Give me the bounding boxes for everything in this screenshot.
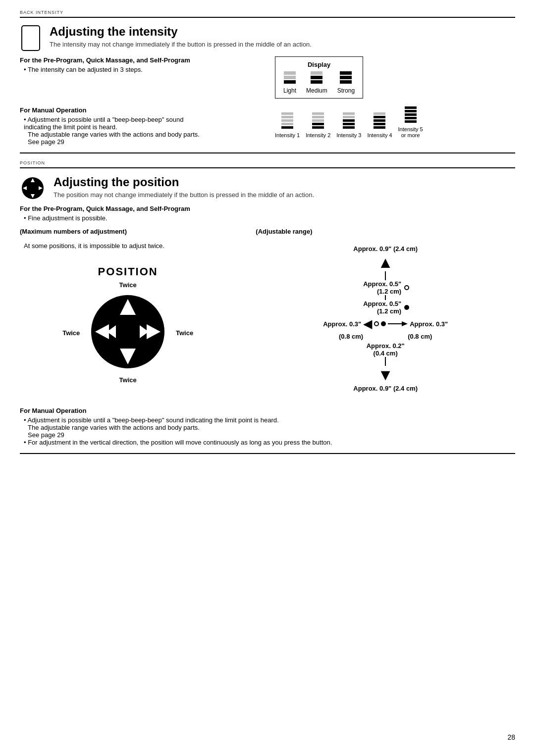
intensity-5-col: Intensity 5 or more <box>398 106 423 138</box>
twice-bottom: Twice <box>119 376 137 384</box>
pos-title-text: POSITION <box>98 265 158 278</box>
page-number: 28 <box>507 733 515 741</box>
pos-circle-svg <box>88 292 167 371</box>
twice-left: Twice <box>62 329 80 336</box>
position-header: Adjusting the position The position may … <box>20 175 515 201</box>
adj-05-up-label: Approx. 0.5" (1.2 cm) <box>362 280 409 295</box>
strong-col: Strong <box>337 71 355 94</box>
intensity-1-label: Intensity 1 <box>275 132 300 138</box>
manual-right: Intensity 1 Intensity 2 <box>275 106 515 146</box>
adj-08-left: (0.8 cm) (0.8 cm) <box>339 333 432 340</box>
intensity-3-label: Intensity 3 <box>336 132 361 138</box>
intensity-2-col: Intensity 2 <box>306 112 330 138</box>
intensity-4-label: Intensity 4 <box>367 132 392 138</box>
light-col: Light <box>283 71 296 94</box>
position-section: Adjusting the position The position may … <box>20 167 515 454</box>
manual-bullet-3: See page 29 <box>28 138 260 146</box>
display-label: Display <box>283 61 355 68</box>
manual-heading-intensity: For Manual Operation <box>20 106 260 114</box>
position-icon <box>20 175 46 201</box>
pos-manual-b2: The adjustable range varies with the act… <box>28 424 515 431</box>
intensity-1-col: Intensity 1 <box>275 112 300 138</box>
pos-right-col: (Adjustable range) Approx. 0.9" (2.4 cm)… <box>246 228 515 397</box>
intensity-3-col: Intensity 3 <box>336 112 361 138</box>
intensity-levels-row: Intensity 1 Intensity 2 <box>275 106 515 138</box>
pos-manual-b4: • For adjustment in the vertical directi… <box>24 439 515 446</box>
twice-top: Twice <box>119 281 137 289</box>
intensity-body: For the Pre-Program, Quick Massage, and … <box>20 56 515 99</box>
strong-label: Strong <box>337 87 355 94</box>
svg-rect-0 <box>22 26 40 50</box>
intensity-icon <box>20 25 42 51</box>
pos-circle-wrapper: Twice Twice Twice <box>88 292 167 373</box>
light-label: Light <box>283 87 296 94</box>
medium-col: Medium <box>306 71 327 94</box>
pos-manual-b1: • Adjustment is possible until a "beep-b… <box>24 416 515 424</box>
adj-left-label: Approx. 0.3" <box>323 320 361 328</box>
pre-program-text: • The intensity can be adjusted in 3 ste… <box>24 66 260 73</box>
adj-right-label: Approx. 0.3" <box>410 320 448 328</box>
intensity-right-col: Display Light <box>275 56 515 99</box>
intensity-4-col: Intensity 4 <box>367 112 392 138</box>
intensity-left-col: For the Pre-Program, Quick Massage, and … <box>20 56 260 99</box>
display-box: Display Light <box>275 56 363 99</box>
medium-label: Medium <box>306 87 327 94</box>
pos-manual-heading: For Manual Operation <box>20 407 515 414</box>
max-numbers-text: At some positions, it is impossible to a… <box>24 242 236 250</box>
adj-bottom-label: Approx. 0.9" (2.4 cm) <box>353 385 418 392</box>
pos-pre-program-heading: For the Pre-Program, Quick Massage, and … <box>20 205 515 212</box>
pre-program-heading: For the Pre-Program, Quick Massage, and … <box>20 56 260 64</box>
position-label: POSITION <box>20 160 515 165</box>
intensity-title: Adjusting the intensity <box>50 25 312 39</box>
max-numbers-heading: (Maximum numbers of adjustment) <box>20 228 236 235</box>
intensity-5-label: Intensity 5 or more <box>398 126 423 138</box>
adj-top-label: Approx. 0.9" (2.4 cm) <box>353 245 418 252</box>
adj-range-diagram: Approx. 0.9" (2.4 cm) ▲ Approx. 0.5" (1.… <box>256 240 515 397</box>
intensity-2-label: Intensity 2 <box>306 132 330 138</box>
twice-right: Twice <box>176 329 193 336</box>
position-title: Adjusting the position <box>54 175 314 189</box>
arrow-down-bottom: ▼ <box>377 367 393 383</box>
manual-left: For Manual Operation • Adjustment is pos… <box>20 106 260 146</box>
pos-pre-program-text: • Fine adjustment is possible. <box>24 214 515 222</box>
manual-bullet-2: The adjustable range varies with the act… <box>28 131 260 138</box>
adj-range-heading: (Adjustable range) <box>256 228 515 235</box>
position-subtitle: The position may not change immediately … <box>54 191 314 199</box>
adj-05-down-label: Approx. 0.5" (1.2 cm) <box>362 300 409 315</box>
pos-left-col: (Maximum numbers of adjustment) At some … <box>20 228 236 397</box>
pos-manual-b3: See page 29 <box>28 431 515 439</box>
position-diagram: POSITION Twice Twice Twice <box>20 265 236 385</box>
intensity-section: Adjusting the intensity The intensity ma… <box>20 17 515 153</box>
manual-bullet-1: • Adjustment is possible until a "beep-b… <box>24 116 260 131</box>
back-intensity-label: BACK INTENSITY <box>20 10 515 15</box>
adj-horizontal-row: Approx. 0.3" ◀ Approx. 0.3" <box>323 317 448 331</box>
intensity-subtitle: The intensity may not change immediately… <box>50 41 312 48</box>
pos-manual-op: For Manual Operation • Adjustment is pos… <box>20 407 515 446</box>
display-row: Light Medium <box>283 71 355 94</box>
intensity-header: Adjusting the intensity The intensity ma… <box>20 25 515 51</box>
arrow-up-top: ▲ <box>377 254 393 270</box>
adj-04-label: (0.4 cm) <box>374 350 398 357</box>
manual-op-row: For Manual Operation • Adjustment is pos… <box>20 106 515 146</box>
position-columns: (Maximum numbers of adjustment) At some … <box>20 228 515 397</box>
adj-02-label: Approx. 0.2" <box>367 342 405 350</box>
